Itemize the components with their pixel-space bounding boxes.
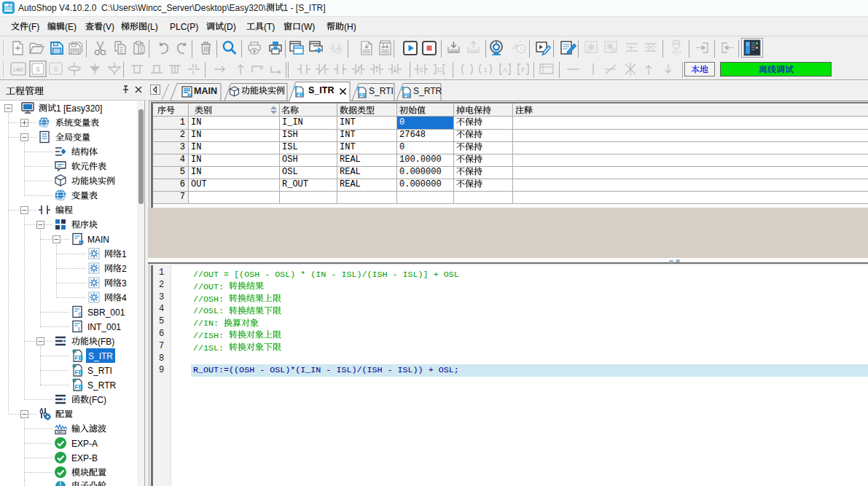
svg-text:S: S [356, 86, 360, 91]
svg-text:LAD: LAD [13, 67, 23, 72]
svg-text:C: C [437, 66, 442, 74]
svg-text:S: S [294, 85, 297, 90]
svg-text:FB: FB [75, 354, 83, 361]
svg-text:S: S [53, 66, 58, 73]
svg-text:F: F [521, 66, 525, 74]
svg-text:I: I [78, 326, 80, 333]
svg-text:FB: FB [359, 92, 367, 98]
svg-text:FB: FB [297, 91, 305, 98]
svg-text:S: S [36, 66, 40, 73]
svg-text:TEST: TEST [671, 50, 682, 55]
svg-text:FB: FB [75, 369, 83, 376]
svg-text:A: A [503, 66, 507, 74]
svg-text:FB: FB [404, 92, 412, 98]
svg-text:M: M [79, 239, 84, 246]
svg-text:1: 1 [483, 66, 487, 74]
svg-text:S: S [78, 311, 82, 318]
svg-text:M: M [187, 92, 192, 98]
svg-text:S: S [419, 66, 423, 74]
svg-text:S: S [401, 86, 404, 91]
svg-text:FB: FB [75, 383, 83, 391]
